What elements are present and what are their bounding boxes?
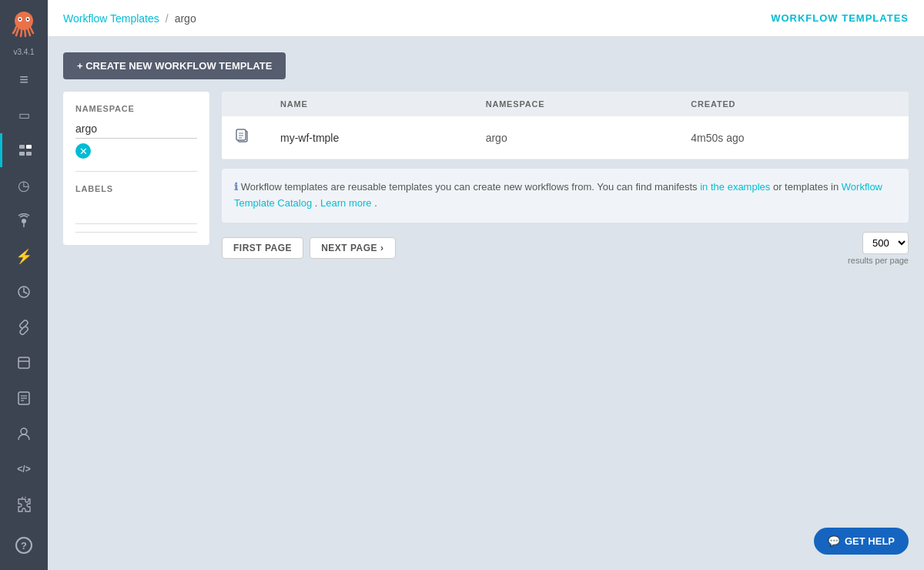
content-area: + CREATE NEW WORKFLOW TEMPLATE NAMESPACE… [48,37,924,570]
col-header-icon [234,99,280,109]
row-template-icon [234,127,280,148]
copy-icon [234,127,251,144]
per-page-group: 500 100 50 25 10 results per page [848,232,909,265]
col-header-created: CREATED [691,99,896,109]
info-text-before: Workflow templates are reusable template… [241,181,701,193]
col-header-name: NAME [280,99,486,109]
row-template-namespace: argo [486,132,691,144]
sensors-icon [16,213,32,229]
row-template-created: 4m50s ago [691,132,896,144]
next-page-button[interactable]: NEXT PAGE › [310,237,395,259]
svg-point-9 [22,219,26,223]
sidebar-item-lightning[interactable]: ⚡ [0,240,48,273]
app-logo[interactable] [0,0,48,48]
sidebar-item-dashboard[interactable]: ▭ [0,98,48,132]
labels-filter-input[interactable] [75,206,197,224]
link-icon [16,320,32,335]
svg-rect-8 [26,152,32,156]
first-page-button[interactable]: FIRST PAGE [222,237,303,259]
svg-point-18 [21,428,27,434]
svg-rect-5 [19,145,25,149]
labels-bottom-divider [75,232,197,233]
info-examples-link[interactable]: in the examples [700,181,770,193]
info-text-end: . [374,197,377,209]
per-page-label: results per page [848,256,909,265]
page-buttons: FIRST PAGE NEXT PAGE › [222,237,396,259]
artifacts-icon [16,355,32,370]
sidebar: v3.4.1 ≡ ▭ ◷ ⚡ [0,0,48,570]
filter-panel: NAMESPACE ✕ LABELS [63,92,209,245]
breadcrumb: Workflow Templates / argo [63,12,196,25]
main-content: Workflow Templates / argo WORKFLOW TEMPL… [48,0,924,570]
puzzle-icon [16,497,32,512]
octopus-logo-icon [8,8,39,39]
user-icon [16,426,32,441]
info-text-middle: or templates in [773,181,842,193]
top-header: Workflow Templates / argo WORKFLOW TEMPL… [48,0,924,37]
workflow-templates-table: NAME NAMESPACE CREATED [222,92,909,159]
sidebar-item-reports[interactable] [0,381,48,415]
info-icon: ℹ [234,181,238,193]
row-template-name: my-wf-tmple [280,132,486,144]
get-help-button[interactable]: 💬 GET HELP [814,528,909,555]
labels-filter-label: LABELS [75,184,197,193]
sidebar-item-feed[interactable] [0,275,48,309]
sidebar-item-links[interactable] [0,310,48,344]
per-page-select[interactable]: 500 100 50 25 10 [862,232,909,254]
help-button-label: GET HELP [845,535,895,547]
info-text-period: . [315,197,320,209]
sidebar-item-user[interactable] [0,417,48,451]
filter-divider [75,171,197,172]
create-workflow-template-button[interactable]: + CREATE NEW WORKFLOW TEMPLATE [63,52,286,79]
sidebar-item-sensors[interactable] [0,204,48,238]
namespace-filter-label: NAMESPACE [75,104,197,113]
col-header-namespace: NAMESPACE [486,99,691,109]
sidebar-item-workflows[interactable] [0,133,48,167]
svg-rect-20 [236,129,246,140]
table-row[interactable]: my-wf-tmple argo 4m50s ago [222,116,909,159]
version-label: v3.4.1 [13,48,34,56]
sidebar-item-menu[interactable]: ≡ [0,62,48,96]
svg-rect-7 [19,152,25,156]
svg-rect-6 [26,145,32,149]
info-box: ℹ Workflow templates are reusable templa… [222,169,909,223]
breadcrumb-separator: / [166,12,169,25]
table-header: NAME NAMESPACE CREATED [222,92,909,116]
table-area: NAME NAMESPACE CREATED [222,92,909,555]
breadcrumb-parent-link[interactable]: Workflow Templates [63,12,159,25]
main-panel: NAMESPACE ✕ LABELS NAME NAMESPACE CREATE… [63,92,909,555]
namespace-clear-tag[interactable]: ✕ [75,143,91,159]
svg-point-3 [19,18,21,20]
sidebar-item-artifacts[interactable] [0,346,48,380]
breadcrumb-current: argo [175,12,196,25]
reports-icon [16,391,32,406]
svg-point-4 [27,18,28,20]
info-learn-more-link[interactable]: Learn more [320,197,371,209]
page-title: WORKFLOW TEMPLATES [771,12,909,24]
sidebar-item-cron[interactable]: ◷ [0,169,48,203]
feed-icon [17,285,31,299]
sidebar-nav: ≡ ▭ ◷ ⚡ [0,62,48,562]
pagination-row: FIRST PAGE NEXT PAGE › 500 100 50 25 10 [222,232,909,265]
svg-rect-12 [18,357,29,368]
help-chat-icon: 💬 [828,535,840,547]
sidebar-item-api[interactable]: </> [0,452,48,486]
workflows-nav-icon [18,142,33,158]
sidebar-item-help[interactable]: ? [0,528,48,562]
next-chevron-icon: › [380,243,384,253]
sidebar-item-plugins[interactable] [0,488,48,521]
namespace-filter-input[interactable] [75,119,197,139]
